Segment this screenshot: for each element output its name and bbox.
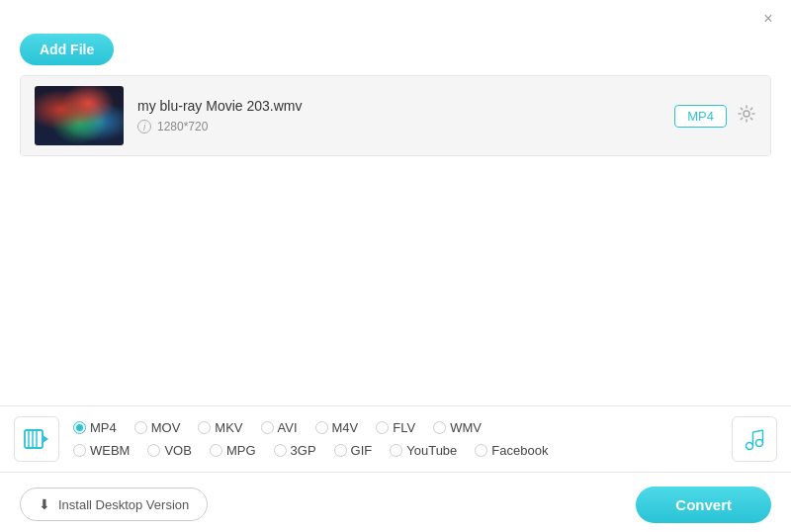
file-item: my blu-ray Movie 203.wmv i 1280*720 MP4	[21, 76, 770, 155]
file-actions: MP4	[674, 104, 756, 129]
format-label-mpg: MPG	[226, 443, 256, 458]
radio-mov	[134, 421, 147, 434]
format-panel: MP4MOVMKVAVIM4VFLVWMV WEBMVOBMPG3GPGIFYo…	[0, 405, 791, 473]
format-option-wmv[interactable]: WMV	[433, 420, 482, 435]
format-option-mpg[interactable]: MPG	[210, 443, 256, 458]
svg-marker-2	[43, 435, 48, 443]
format-row-1: MP4MOVMKVAVIM4VFLVWMV	[73, 420, 718, 435]
radio-webm	[73, 444, 86, 457]
format-label-webm: WEBM	[90, 443, 130, 458]
settings-icon[interactable]	[737, 104, 756, 129]
format-option-webm[interactable]: WEBM	[73, 443, 130, 458]
format-row-2: WEBMVOBMPG3GPGIFYouTubeFacebook	[73, 443, 718, 458]
format-option-vob[interactable]: VOB	[147, 443, 191, 458]
music-icon	[742, 426, 767, 452]
format-label-avi: AVI	[278, 420, 298, 435]
format-option-m4v[interactable]: M4V	[315, 420, 359, 435]
svg-point-0	[744, 111, 749, 117]
file-info: my blu-ray Movie 203.wmv i 1280*720	[124, 98, 674, 133]
footer: ⬇ Install Desktop Version Convert	[0, 477, 791, 532]
music-format-icon-box[interactable]	[732, 416, 777, 462]
format-option-facebook[interactable]: Facebook	[475, 443, 548, 458]
format-option-gif[interactable]: GIF	[334, 443, 373, 458]
svg-line-10	[753, 430, 763, 432]
radio-m4v	[315, 421, 328, 434]
radio-3gp	[274, 444, 287, 457]
radio-flv	[376, 421, 389, 434]
format-option-mkv[interactable]: MKV	[198, 420, 242, 435]
download-icon: ⬇	[39, 496, 50, 512]
radio-youtube	[390, 444, 402, 457]
file-name: my blu-ray Movie 203.wmv	[137, 98, 660, 114]
file-thumbnail	[35, 86, 124, 145]
format-label-facebook: Facebook	[491, 443, 548, 458]
radio-vob	[147, 444, 160, 457]
file-resolution: 1280*720	[157, 120, 208, 133]
radio-mpg	[210, 444, 222, 457]
format-option-youtube[interactable]: YouTube	[390, 443, 457, 458]
radio-mp4	[73, 421, 86, 434]
format-option-avi[interactable]: AVI	[261, 420, 298, 435]
content-area	[0, 156, 791, 354]
file-list-area: my blu-ray Movie 203.wmv i 1280*720 MP4	[20, 75, 771, 156]
format-label-flv: FLV	[393, 420, 415, 435]
svg-rect-1	[25, 430, 43, 448]
svg-point-6	[747, 443, 753, 450]
radio-gif	[334, 444, 347, 457]
format-label-youtube: YouTube	[406, 443, 457, 458]
title-bar: ×	[0, 0, 791, 34]
format-option-mp4[interactable]: MP4	[73, 420, 117, 435]
header-area: Add File	[0, 34, 791, 75]
convert-button[interactable]: Convert	[636, 487, 771, 523]
format-option-flv[interactable]: FLV	[376, 420, 415, 435]
format-label-mkv: MKV	[215, 420, 242, 435]
radio-avi	[261, 421, 274, 434]
format-label-wmv: WMV	[450, 420, 482, 435]
format-label-3gp: 3GP	[291, 443, 316, 458]
format-option-mov[interactable]: MOV	[134, 420, 181, 435]
install-desktop-button[interactable]: ⬇ Install Desktop Version	[20, 488, 208, 521]
radio-facebook	[475, 444, 487, 457]
svg-point-7	[756, 440, 763, 447]
format-option-3gp[interactable]: 3GP	[274, 443, 316, 458]
format-label-mov: MOV	[151, 420, 181, 435]
format-label-gif: GIF	[351, 443, 373, 458]
format-label-m4v: M4V	[332, 420, 359, 435]
video-icon	[23, 425, 50, 453]
file-meta: i 1280*720	[137, 120, 660, 133]
info-icon: i	[137, 120, 151, 133]
radio-mkv	[198, 421, 211, 434]
format-options-container: MP4MOVMKVAVIM4VFLVWMV WEBMVOBMPG3GPGIFYo…	[73, 420, 718, 458]
close-button[interactable]: ×	[759, 10, 777, 28]
install-label: Install Desktop Version	[58, 497, 189, 512]
radio-wmv	[433, 421, 446, 434]
add-file-button[interactable]: Add File	[20, 34, 114, 65]
format-label-vob: VOB	[164, 443, 191, 458]
format-badge[interactable]: MP4	[674, 105, 727, 128]
video-format-icon-box[interactable]	[14, 416, 59, 462]
format-label-mp4: MP4	[90, 420, 117, 435]
